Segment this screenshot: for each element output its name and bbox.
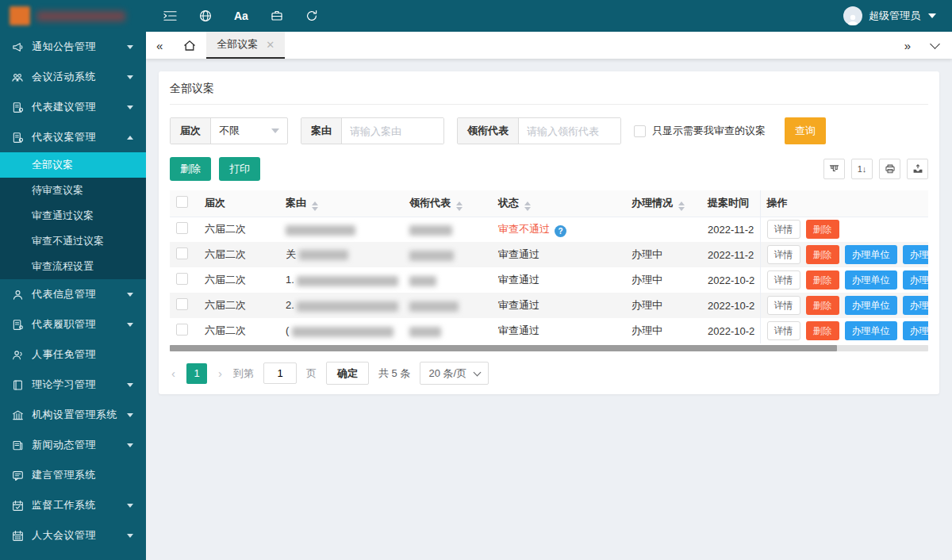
sidebar-item-7[interactable]: 人事任免管理 xyxy=(0,339,146,370)
motions-table: 届次案由领衔代表状态办理情况提案时间操作 六届二次审查不通过?2022-11-2… xyxy=(170,190,928,343)
column-header-4[interactable]: 状态 xyxy=(492,190,625,217)
font-size-icon[interactable]: Aa xyxy=(234,0,248,32)
page-number[interactable]: 1 xyxy=(186,363,207,384)
handling-progress-button[interactable]: 办理进展 xyxy=(903,245,929,264)
detail-button[interactable]: 详情 xyxy=(767,220,800,239)
row-delete-button[interactable]: 删除 xyxy=(806,321,839,340)
handling-unit-button[interactable]: 办理单位 xyxy=(845,321,897,340)
sidebar-item-2[interactable]: 会议活动系统 xyxy=(0,62,146,92)
select-all-checkbox[interactable] xyxy=(176,196,188,208)
sort-icon[interactable] xyxy=(678,201,685,211)
sidebar-item-11[interactable]: 建言管理系统 xyxy=(0,460,146,490)
review-only-checkbox[interactable]: 只显示需要我审查的议案 xyxy=(634,124,766,138)
table-tool-icons: 1↓ xyxy=(823,159,928,179)
sidebar-item-9[interactable]: 机构设置管理系统 xyxy=(0,400,146,430)
sidebar-item-label: 监督工作系统 xyxy=(32,498,119,512)
collapse-tabs-right-icon[interactable]: » xyxy=(894,39,921,52)
goto-page-input[interactable] xyxy=(263,362,297,384)
handling-progress-button[interactable]: 办理进展 xyxy=(903,296,929,315)
globe-icon[interactable] xyxy=(199,0,212,32)
sidebar-item-12[interactable]: 监督工作系统 xyxy=(0,490,146,520)
leader-input[interactable] xyxy=(519,118,620,144)
column-header-3[interactable]: 领衔代表 xyxy=(403,190,492,217)
sidebar-item-8[interactable]: 理论学习管理 xyxy=(0,370,146,400)
next-page-icon[interactable]: › xyxy=(217,366,224,380)
sidebar-item-label: 通知公告管理 xyxy=(32,40,119,54)
sidebar-subitem-4[interactable]: 审查不通过议案 xyxy=(0,228,146,254)
collapse-tabs-left-icon[interactable]: « xyxy=(146,32,173,59)
column-settings-icon[interactable] xyxy=(823,159,845,179)
sort-icon[interactable] xyxy=(524,201,531,211)
handling-cell xyxy=(625,217,701,242)
confirm-button[interactable]: 确定 xyxy=(326,362,369,385)
user-menu[interactable]: 超级管理员 xyxy=(843,6,952,25)
sidebar-item-3[interactable]: 代表建议管理 xyxy=(0,92,146,122)
row-checkbox[interactable] xyxy=(176,298,188,310)
row-select-cell xyxy=(170,318,198,343)
page-size-value: 20 条/页 xyxy=(428,366,466,381)
row-checkbox[interactable] xyxy=(176,222,188,234)
handling-progress-button[interactable]: 办理进展 xyxy=(903,270,929,290)
app-logo[interactable] xyxy=(0,6,146,25)
session-select-value: 不限 xyxy=(219,124,240,138)
detail-button[interactable]: 详情 xyxy=(767,321,800,340)
delete-button[interactable]: 删除 xyxy=(170,157,211,181)
sort-icon[interactable] xyxy=(312,201,318,211)
detail-button[interactable]: 详情 xyxy=(767,296,800,315)
leader-filter-label: 领衔代表 xyxy=(458,118,519,144)
sidebar-subitem-1[interactable]: 全部议案 xyxy=(0,152,146,178)
toolbox-icon[interactable] xyxy=(271,0,283,32)
horizontal-scrollbar[interactable] xyxy=(170,345,928,351)
search-button[interactable]: 查询 xyxy=(785,117,826,144)
tab-close-icon[interactable]: ✕ xyxy=(266,39,274,51)
case-input[interactable] xyxy=(342,118,443,144)
row-checkbox[interactable] xyxy=(176,324,188,336)
tab-actions-icon[interactable] xyxy=(921,44,952,48)
row-delete-button[interactable]: 删除 xyxy=(806,296,839,315)
printer-icon[interactable] xyxy=(879,159,900,179)
refresh-icon[interactable] xyxy=(305,0,318,32)
handling-unit-button[interactable]: 办理单位 xyxy=(845,296,897,315)
sidebar-item-10[interactable]: 新闻动态管理 xyxy=(0,430,146,460)
sidebar-item-5[interactable]: 代表信息管理 xyxy=(0,279,146,309)
help-icon[interactable]: ? xyxy=(555,225,566,237)
sidebar-subitem-5[interactable]: 审查流程设置 xyxy=(0,254,146,279)
sidebar-item-6[interactable]: 代表履职管理 xyxy=(0,309,146,339)
handling-progress-button[interactable]: 办理进展 xyxy=(903,321,929,340)
sidebar-item-label: 新闻动态管理 xyxy=(32,438,119,452)
table-row: 六届二次关 审查通过办理中2022-11-2详情删除办理单位办理进展 xyxy=(170,242,928,267)
detail-button[interactable]: 详情 xyxy=(767,270,800,290)
user-icon xyxy=(846,13,859,25)
status-cell: 审查通过 xyxy=(492,318,625,343)
prev-page-icon[interactable]: ‹ xyxy=(170,366,177,380)
tab-all-motions[interactable]: 全部议案 ✕ xyxy=(206,32,285,59)
sidebar-subitem-3[interactable]: 审查通过议案 xyxy=(0,203,146,228)
sidebar-item-1[interactable]: 通知公告管理 xyxy=(0,32,146,62)
home-icon[interactable] xyxy=(173,32,206,59)
topbar: Aa 超级管理员 xyxy=(0,0,952,32)
sidebar-subitem-2[interactable]: 待审查议案 xyxy=(0,178,146,203)
print-button[interactable]: 打印 xyxy=(219,157,260,181)
row-delete-button[interactable]: 删除 xyxy=(806,220,839,239)
row-delete-button[interactable]: 删除 xyxy=(806,270,839,290)
handling-unit-button[interactable]: 办理单位 xyxy=(845,270,897,290)
handling-unit-button[interactable]: 办理单位 xyxy=(845,245,897,264)
sort-icon[interactable] xyxy=(456,201,463,211)
sidebar-item-4[interactable]: 代表议案管理 xyxy=(0,122,146,152)
page-size-select[interactable]: 20 条/页 xyxy=(420,362,489,385)
redacted-leader-text xyxy=(409,327,441,337)
case-cell: 2. xyxy=(279,293,403,318)
scrollbar-thumb[interactable] xyxy=(170,345,837,351)
session-select[interactable]: 不限 xyxy=(211,118,287,144)
row-delete-button[interactable]: 删除 xyxy=(806,245,839,264)
sort-order-icon[interactable]: 1↓ xyxy=(851,159,873,179)
column-header-2[interactable]: 案由 xyxy=(279,190,403,217)
column-header-5[interactable]: 办理情况 xyxy=(625,190,701,217)
export-icon[interactable] xyxy=(907,159,928,179)
sidebar-item-13[interactable]: 人大会议管理 xyxy=(0,520,146,550)
detail-button[interactable]: 详情 xyxy=(767,245,800,264)
row-checkbox[interactable] xyxy=(176,273,188,285)
case-filter: 案由 xyxy=(301,117,444,144)
menu-collapse-icon[interactable] xyxy=(163,0,177,32)
row-checkbox[interactable] xyxy=(176,247,188,259)
